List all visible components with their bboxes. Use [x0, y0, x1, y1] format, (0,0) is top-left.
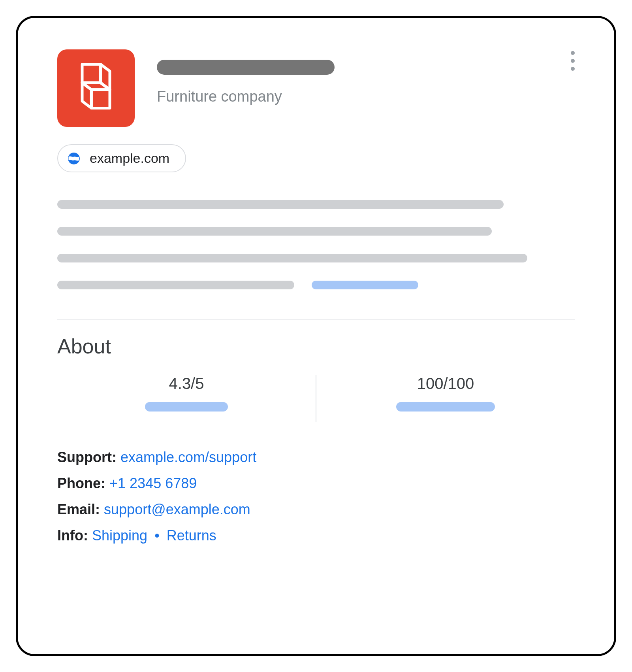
dot-separator: • — [151, 527, 163, 544]
shipping-link[interactable]: Shipping — [92, 527, 147, 544]
score-label-placeholder — [396, 402, 495, 412]
email-line: Email: support@example.com — [57, 501, 575, 518]
email-label: Email: — [57, 501, 100, 517]
about-heading: About — [57, 334, 575, 358]
link-placeholder[interactable] — [312, 281, 418, 289]
text-placeholder — [57, 281, 294, 289]
rating-label-placeholder — [145, 402, 228, 412]
support-label: Support: — [57, 449, 117, 465]
website-chip[interactable]: example.com — [57, 144, 186, 172]
returns-link[interactable]: Returns — [167, 527, 216, 544]
text-placeholder — [57, 227, 492, 236]
rating-value: 4.3/5 — [169, 375, 204, 393]
description-placeholder-block — [57, 200, 575, 289]
stats-row: 4.3/5 100/100 — [57, 375, 575, 422]
email-link[interactable]: support@example.com — [104, 501, 250, 517]
website-text: example.com — [90, 151, 169, 166]
info-line: Info: Shipping • Returns — [57, 527, 575, 544]
support-link[interactable]: example.com/support — [120, 449, 256, 465]
score-stat: 100/100 — [316, 375, 575, 422]
chair-icon — [72, 60, 120, 117]
knowledge-panel-card: Furniture company example.com About 4.3/… — [16, 16, 616, 656]
more-options-icon[interactable] — [571, 51, 575, 71]
svg-marker-0 — [82, 64, 101, 83]
phone-link[interactable]: +1 2345 6789 — [109, 475, 197, 491]
rating-stat: 4.3/5 — [57, 375, 316, 422]
score-value: 100/100 — [417, 375, 474, 393]
svg-marker-4 — [91, 90, 110, 108]
business-logo — [57, 49, 135, 127]
support-line: Support: example.com/support — [57, 449, 575, 466]
title-block: Furniture company — [157, 49, 575, 105]
svg-marker-3 — [82, 83, 91, 108]
contacts-block: Support: example.com/support Phone: +1 2… — [57, 449, 575, 544]
section-divider — [57, 319, 575, 320]
text-placeholder — [57, 254, 527, 262]
title-placeholder — [157, 60, 335, 75]
phone-line: Phone: +1 2345 6789 — [57, 475, 575, 492]
text-placeholder — [57, 200, 504, 209]
info-label: Info: — [57, 527, 88, 544]
globe-icon — [67, 151, 81, 166]
phone-label: Phone: — [57, 475, 105, 491]
header-row: Furniture company — [57, 49, 575, 127]
business-category: Furniture company — [157, 88, 575, 105]
